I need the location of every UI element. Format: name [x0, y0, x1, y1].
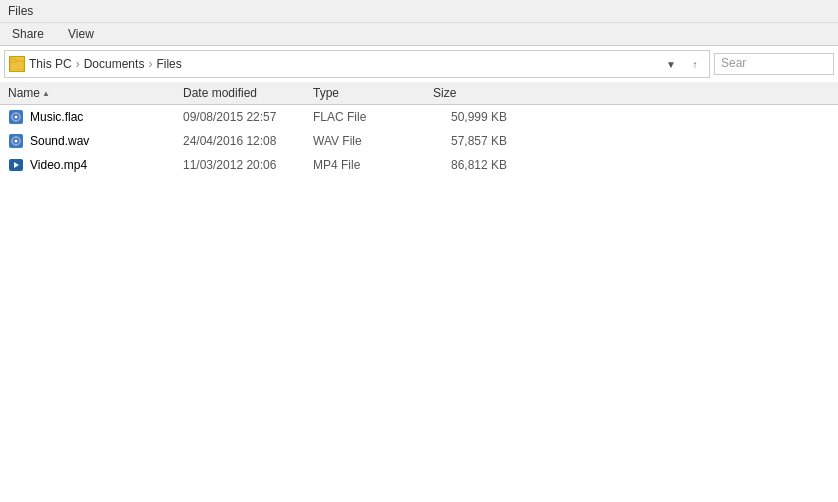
breadcrumb: This PC › Documents › Files — [29, 57, 661, 71]
file-name-label: Video.mp4 — [30, 158, 87, 172]
file-name-cell: Sound.wav — [0, 132, 175, 150]
ribbon: Share View — [0, 23, 838, 46]
table-row[interactable]: Video.mp4 11/03/2012 20:06 MP4 File 86,8… — [0, 153, 838, 177]
svg-rect-1 — [10, 59, 16, 62]
file-name-cell: Music.flac — [0, 108, 175, 126]
folder-icon — [9, 56, 25, 72]
address-dropdown-btn[interactable]: ▼ — [661, 54, 681, 74]
address-actions: ▼ ↑ — [661, 54, 705, 74]
breadcrumb-files[interactable]: Files — [156, 57, 181, 71]
file-date-cell: 09/08/2015 22:57 — [175, 109, 305, 125]
breadcrumb-thispc[interactable]: This PC — [29, 57, 72, 71]
file-type-cell: FLAC File — [305, 109, 425, 125]
column-headers: Name ▲ Date modified Type Size — [0, 82, 838, 105]
content-area: Name ▲ Date modified Type Size Music.fla… — [0, 82, 838, 500]
ribbon-view[interactable]: View — [64, 25, 98, 43]
breadcrumb-documents[interactable]: Documents — [84, 57, 145, 71]
search-placeholder: Sear — [721, 56, 746, 70]
col-header-date[interactable]: Date modified — [175, 84, 305, 102]
svg-point-4 — [15, 116, 18, 119]
table-row[interactable]: Music.flac 09/08/2015 22:57 FLAC File 50… — [0, 105, 838, 129]
file-name-cell: Video.mp4 — [0, 156, 175, 174]
svg-point-7 — [15, 140, 18, 143]
file-list: Music.flac 09/08/2015 22:57 FLAC File 50… — [0, 105, 838, 177]
address-row: This PC › Documents › Files ▼ ↑ Sear — [0, 46, 838, 82]
title-bar: Files — [0, 0, 838, 23]
sort-arrow-name: ▲ — [42, 89, 50, 98]
file-size-cell: 50,999 KB — [425, 109, 515, 125]
address-bar[interactable]: This PC › Documents › Files ▼ ↑ — [4, 50, 710, 78]
title-label: Files — [8, 4, 33, 18]
wav-icon — [8, 133, 24, 149]
col-header-name[interactable]: Name ▲ — [0, 84, 175, 102]
svg-rect-0 — [10, 61, 24, 70]
table-row[interactable]: Sound.wav 24/04/2016 12:08 WAV File 57,8… — [0, 129, 838, 153]
file-size-cell: 57,857 KB — [425, 133, 515, 149]
file-type-cell: WAV File — [305, 133, 425, 149]
file-date-cell: 24/04/2016 12:08 — [175, 133, 305, 149]
ribbon-share[interactable]: Share — [8, 25, 48, 43]
file-name-label: Music.flac — [30, 110, 83, 124]
file-size-cell: 86,812 KB — [425, 157, 515, 173]
file-type-cell: MP4 File — [305, 157, 425, 173]
flac-icon — [8, 109, 24, 125]
file-date-cell: 11/03/2012 20:06 — [175, 157, 305, 173]
file-name-label: Sound.wav — [30, 134, 89, 148]
col-header-size[interactable]: Size — [425, 84, 515, 102]
mp4-icon — [8, 157, 24, 173]
search-box[interactable]: Sear — [714, 53, 834, 75]
col-header-type[interactable]: Type — [305, 84, 425, 102]
address-refresh-btn[interactable]: ↑ — [685, 54, 705, 74]
